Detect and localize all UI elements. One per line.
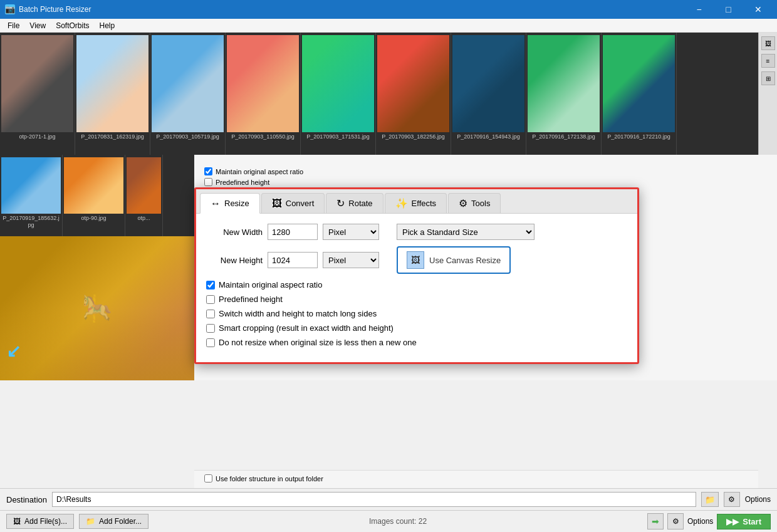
image-filename: P_20170916_172210.jpg: [607, 133, 670, 140]
resize-panel: ↔ Resize 🖼 Convert ↻ Rotate ✨ Effects ⚙: [194, 187, 639, 364]
list-item[interactable]: P_20170903_182256.jpg: [376, 33, 451, 155]
menu-file[interactable]: File: [3, 20, 24, 31]
list-item[interactable]: otp...: [125, 155, 163, 236]
canvas-resize-container: 🖼 Use Canvas Resize: [397, 246, 511, 274]
add-files-button[interactable]: 🖼 Add File(s)...: [6, 514, 74, 529]
list-item[interactable]: P_20170916_154943.jpg: [451, 33, 526, 155]
list-item[interactable]: P_20170903_110550.jpg: [226, 33, 301, 155]
tab-rotate[interactable]: ↻ Rotate: [326, 193, 383, 213]
thumbnail: [603, 35, 675, 132]
image-filename: P_20170903_171531.jpg: [306, 133, 370, 140]
thumbnail: [1, 157, 61, 214]
new-height-unit-select[interactable]: Pixel Percent Inch Cm: [323, 252, 379, 268]
list-item[interactable]: P_20170916_172210.jpg: [602, 33, 677, 155]
left-preview-panel: P_20170919_185632.jpg otp-90.jpg otp... …: [0, 155, 194, 380]
resize-tab-icon: ↔: [211, 198, 221, 209]
bg-maintain-label: Maintain original aspect ratio: [216, 168, 303, 175]
no-resize-row: Do not resize when original size is less…: [206, 338, 627, 347]
add-files-label: Add File(s)...: [24, 517, 67, 526]
no-resize-checkbox[interactable]: [206, 338, 215, 347]
bg-predefined-checkbox[interactable]: [204, 178, 212, 186]
title-bar: 📷 Batch Picture Resizer − □ ✕: [0, 0, 777, 19]
smart-crop-checkbox[interactable]: [206, 324, 215, 333]
window-controls: − □ ✕: [685, 0, 772, 19]
maximize-button[interactable]: □: [714, 0, 743, 19]
minimize-button[interactable]: −: [685, 0, 713, 19]
switch-wh-label: Switch width and height to match long si…: [219, 309, 377, 318]
list-item[interactable]: P_20170903_105719.jpg: [150, 33, 226, 155]
image-filename: P_20170831_162319.jpg: [81, 133, 144, 140]
convert-tab-label: Convert: [286, 199, 315, 208]
options-gear-button[interactable]: ⚙: [667, 513, 684, 529]
thumbnail: [452, 35, 524, 132]
options-button[interactable]: ⚙: [724, 492, 740, 507]
tab-resize[interactable]: ↔ Resize: [200, 193, 260, 214]
tools-tab-icon: ⚙: [459, 197, 467, 209]
menu-help[interactable]: Help: [95, 20, 120, 31]
view-icon-1[interactable]: 🖼: [761, 36, 775, 50]
image-filename: otp...: [125, 215, 162, 222]
action-bar: 🖼 Add File(s)... 📁 Add Folder... Images …: [0, 510, 777, 532]
images-count: Images count: 22: [369, 517, 427, 526]
new-width-row: New Width Pixel Percent Inch Cm Pick a S…: [206, 224, 627, 240]
thumbnail: [127, 157, 161, 214]
thumbnail: [227, 35, 299, 132]
list-item[interactable]: P_20170903_171531.jpg: [301, 33, 376, 155]
new-width-input[interactable]: [268, 224, 318, 240]
list-item[interactable]: otp-90.jpg: [63, 155, 125, 236]
start-button[interactable]: ▶▶ Start: [717, 514, 771, 529]
new-height-row: New Height Pixel Percent Inch Cm 🖼 Use C…: [206, 246, 627, 274]
list-item[interactable]: otp-2071-1.jpg: [0, 33, 75, 155]
tab-tools[interactable]: ⚙ Tools: [448, 193, 501, 213]
standard-size-select[interactable]: Pick a Standard Size: [397, 224, 535, 240]
use-folder-structure-checkbox[interactable]: [204, 474, 212, 482]
view-icon-2[interactable]: ≡: [761, 54, 775, 68]
add-files-icon: 🖼: [13, 517, 21, 526]
list-item[interactable]: P_20170916_172138.jpg: [526, 33, 602, 155]
resize-tab-label: Resize: [224, 199, 249, 208]
image-filename: P_20170916_154943.jpg: [457, 133, 520, 140]
arrow-icon: ↙: [6, 341, 21, 362]
list-item[interactable]: P_20170919_185632.jpg: [0, 155, 63, 236]
image-filename: P_20170903_182256.jpg: [382, 133, 445, 140]
switch-wh-checkbox[interactable]: [206, 310, 215, 318]
destination-folder-button[interactable]: 📁: [701, 492, 719, 507]
tab-convert[interactable]: 🖼 Convert: [261, 193, 325, 213]
resize-tab-content: New Width Pixel Percent Inch Cm Pick a S…: [196, 214, 637, 362]
image-filename: otp-90.jpg: [81, 215, 106, 222]
action-right: ➡ ⚙ Options ▶▶ Start: [647, 513, 771, 529]
predefined-height-checkbox[interactable]: [206, 295, 215, 304]
menu-softorbits[interactable]: SoftOrbits: [51, 20, 94, 31]
bottom-use-folder-row: Use folder structure in output folder: [204, 474, 748, 482]
canvas-resize-icon: 🖼: [407, 251, 424, 269]
bg-maintain-checkbox[interactable]: [204, 167, 212, 175]
bottom-checkbox-area: Use folder structure in output folder: [194, 470, 758, 488]
canvas-resize-button[interactable]: 🖼 Use Canvas Resize: [397, 246, 511, 274]
menu-view[interactable]: View: [24, 20, 51, 31]
middle-area: P_20170919_185632.jpg otp-90.jpg otp... …: [0, 155, 777, 380]
new-height-input[interactable]: [268, 252, 318, 268]
options-text: Options: [687, 517, 713, 526]
tab-effects[interactable]: ✨ Effects: [385, 193, 447, 213]
image-filename: P_20170903_110550.jpg: [231, 133, 295, 140]
add-folder-button[interactable]: 📁 Add Folder...: [79, 514, 149, 529]
thumbnail: [377, 35, 449, 132]
close-button[interactable]: ✕: [744, 0, 772, 19]
maintain-aspect-label: Maintain original aspect ratio: [219, 280, 322, 289]
effects-tab-label: Effects: [412, 199, 437, 208]
view-icon-3[interactable]: ⊞: [761, 71, 775, 85]
menu-bar: File View SoftOrbits Help: [0, 19, 777, 33]
view-toolbar: 🖼 ≡ ⊞: [758, 33, 777, 155]
list-item[interactable]: P_20170831_162319.jpg: [75, 33, 150, 155]
preview-icon: 🎠: [81, 294, 113, 323]
new-width-unit-select[interactable]: Pixel Percent Inch Cm: [323, 224, 379, 240]
maintain-aspect-checkbox[interactable]: [206, 281, 215, 289]
maintain-aspect-row: Maintain original aspect ratio: [206, 280, 627, 289]
bg-predefined-row: Predefined height: [204, 178, 767, 186]
use-folder-structure-label: Use folder structure in output folder: [216, 475, 323, 482]
image-filename: P_20170916_172138.jpg: [532, 133, 595, 140]
destination-input[interactable]: [52, 492, 696, 507]
destination-arrow-button[interactable]: ➡: [647, 513, 664, 529]
effects-tab-icon: ✨: [395, 197, 408, 209]
image-strip-row2: P_20170919_185632.jpg otp-90.jpg otp...: [0, 155, 194, 236]
